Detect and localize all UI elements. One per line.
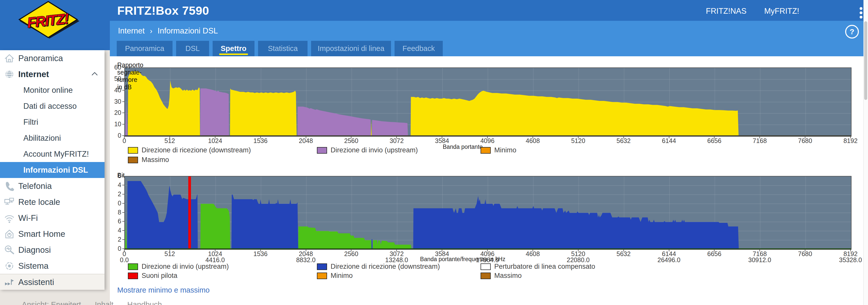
legend-label: Massimo [142, 156, 169, 164]
legend-item: Direzione di ricezione (downstream) [317, 263, 440, 271]
chevron-up-icon[interactable] [91, 71, 98, 77]
sidebar-subitem-label: Informazioni DSL [23, 166, 88, 175]
sidebar-subitem-dati-di-accesso[interactable]: Dati di accesso [0, 98, 104, 114]
sidebar-item-panoramica[interactable]: Panoramica [0, 50, 104, 66]
y-tick-label: 4 [107, 227, 121, 234]
sidebar-subitem-filtri[interactable]: Filtri [0, 114, 104, 130]
globe-icon [4, 68, 15, 80]
y-tick-mark [122, 239, 124, 240]
network-icon [4, 196, 15, 208]
x-tick-mark [805, 249, 805, 251]
sidebar-subitem-label: Dati di accesso [23, 102, 76, 111]
sidebar-item-smart-home[interactable]: Smart Home [0, 226, 104, 242]
tab-impostazioni-di-linea[interactable]: Impostazioni di linea [311, 41, 391, 56]
breadcrumb: Internet › Informazioni DSL [118, 26, 218, 35]
x-tick-mark [442, 136, 442, 138]
x-tick-mark [669, 136, 669, 138]
x-tick-mark [623, 136, 624, 138]
sidebar-item-internet[interactable]: Internet [0, 66, 104, 82]
scrollbar[interactable] [863, 0, 868, 305]
x-tick-mark [850, 136, 851, 138]
sidebar: PanoramicaInternetMonitor onlineDati di … [0, 50, 104, 289]
legend-swatch [480, 147, 491, 154]
sidebar-item-telefonia[interactable]: Telefonia [0, 178, 104, 194]
x-tick-mark [351, 249, 351, 251]
breadcrumb-separator: › [150, 27, 153, 35]
x-tick-mark [850, 249, 851, 251]
tab-spettro[interactable]: Spettro [213, 41, 254, 56]
tab-statistica[interactable]: Statistica [258, 41, 308, 56]
sidebar-subitem-abilitazioni[interactable]: Abilitazioni [0, 130, 104, 146]
x-tick-mark [760, 136, 760, 138]
sidebar-item-sistema[interactable]: Sistema [0, 258, 104, 274]
footer-view-mode[interactable]: Ansicht: Erweitert [22, 300, 81, 305]
nav-fritznas-link[interactable]: FRITZ!NAS [706, 7, 746, 16]
y-tick-mark [122, 248, 124, 249]
breadcrumb-section[interactable]: Internet [118, 26, 145, 35]
x-tick-mark [533, 136, 533, 138]
x-tick-mark [487, 136, 488, 138]
sidebar-item-wi-fi[interactable]: Wi-Fi [0, 210, 104, 226]
sidebar-subitem-label: Monitor online [23, 86, 73, 95]
sidebar-subitem-monitor-online[interactable]: Monitor online [0, 82, 104, 98]
y-tick-label: 2 [107, 191, 121, 198]
fritz-logo[interactable]: FRITZ! [15, 0, 81, 40]
footer-inhalt-link[interactable]: Inhalt [95, 300, 114, 305]
y-tick-mark [122, 194, 124, 195]
app-title: FRITZ!Box 7590 [117, 4, 209, 18]
tab-label: Impostazioni di linea [318, 44, 384, 53]
legend-swatch [128, 273, 138, 279]
x-tick-mark [124, 249, 125, 251]
legend-label: Perturbatore di linea compensato [494, 263, 595, 271]
y-tick-label: 20 [107, 109, 121, 116]
help-icon[interactable]: ? [845, 25, 859, 38]
legend-label: Minimo [331, 272, 353, 280]
tab-label: Spettro [221, 44, 247, 53]
sidebar-item-assistenti[interactable]: Assistenti [0, 274, 104, 290]
nav-myfritz-link[interactable]: MyFRITZ! [764, 7, 799, 16]
x-tick-mark [169, 249, 170, 251]
sidebar-subitem-label: Filtri [23, 117, 38, 127]
legend-item: Perturbatore di linea compensato [480, 263, 595, 271]
x-tick-mark [487, 249, 488, 251]
x-tick-mark [169, 136, 170, 138]
legend-swatch [317, 147, 327, 154]
wizard-icon [4, 277, 15, 288]
legend-item: Direzione di invio (upstream) [317, 146, 418, 154]
tab-feedback[interactable]: Feedback [395, 41, 443, 56]
y-tick-label: 4 [107, 181, 121, 189]
kebab-menu-icon[interactable] [859, 6, 863, 20]
sidebar-subitem-account-myfritz-[interactable]: Account MyFRITZ! [0, 146, 104, 162]
legend-swatch [317, 263, 327, 270]
legend-label: Direzione di ricezione (downstream) [331, 263, 440, 271]
legend-swatch [480, 263, 491, 270]
sidebar-item-label: Rete locale [18, 197, 60, 207]
sidebar-subitem-label: Account MyFRITZ! [23, 149, 89, 159]
x-tick-mark [215, 136, 215, 138]
legend-swatch [128, 147, 138, 154]
phone-icon [4, 180, 15, 192]
footer-handbuch-link[interactable]: Handbuch [127, 300, 162, 305]
sidebar-item-diagnosi[interactable]: Diagnosi [0, 242, 104, 258]
show-min-max-link[interactable]: Mostrare minimo e massimo [117, 286, 210, 294]
legend-label: Suoni pilota [142, 272, 177, 280]
x-tick-mark [805, 136, 805, 138]
sidebar-item-rete-locale[interactable]: Rete locale [0, 194, 104, 210]
y-tick-label: 2 [107, 236, 121, 243]
sidebar-subitem-informazioni-dsl[interactable]: Informazioni DSL [0, 162, 104, 178]
x-tick-mark [714, 136, 714, 138]
scrollbar-thumb[interactable] [864, 21, 867, 100]
tab-panoramica[interactable]: Panoramica [117, 41, 173, 56]
sidebar-item-label: Internet [18, 69, 49, 79]
sidebar-item-label: Diagnosi [18, 245, 51, 255]
sidebar-item-label: Sistema [18, 261, 49, 271]
x-tick-mark [260, 136, 261, 138]
x-tick-mark [578, 249, 579, 251]
legend-swatch [128, 263, 138, 270]
x-tick-mark [306, 136, 306, 138]
y-tick-mark [122, 185, 124, 185]
x-tick-mark [396, 249, 397, 251]
x-tick-mark [124, 136, 125, 138]
legend-label: Direzione di invio (upstream) [142, 263, 229, 271]
tab-dsl[interactable]: DSL [176, 41, 209, 56]
